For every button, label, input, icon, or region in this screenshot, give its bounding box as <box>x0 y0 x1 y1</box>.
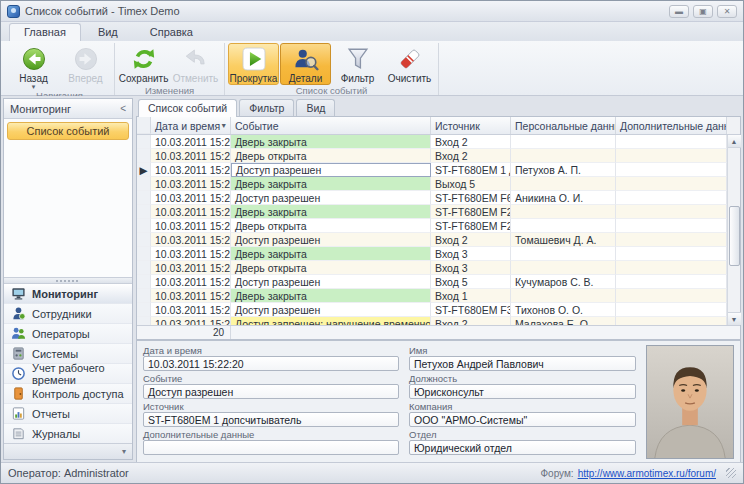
detail-field-right-3[interactable]: Юридический отдел <box>409 440 636 455</box>
row-indicator <box>137 317 151 325</box>
sidebar-item-label: Журналы <box>32 428 80 440</box>
cell-additional <box>616 163 727 177</box>
table-row[interactable]: 10.03.2011 15:21:35Доступ запрещен: нару… <box>137 317 727 325</box>
cell-source: Вход 3 <box>431 247 511 261</box>
cell-event: Доступ разрешен <box>231 303 431 317</box>
sidebar-item-3[interactable]: Системы <box>4 343 132 363</box>
ribbon-tab-help[interactable]: Справка <box>135 23 208 41</box>
clear-button[interactable]: Очистить <box>384 43 435 85</box>
details-panel: Дата и время10.03.2011 15:22:20СобытиеДо… <box>136 340 741 464</box>
sidebar-item-5[interactable]: Контроль доступа <box>4 383 132 403</box>
sidebar-item-7[interactable]: Журналы <box>4 423 132 443</box>
details-button[interactable]: Детали <box>280 43 331 85</box>
table-row[interactable]: 10.03.2011 15:22:05Дверь закрытаST-FT680… <box>137 205 727 219</box>
table-row[interactable]: 10.03.2011 15:21:55Дверь открытаВход 3 <box>137 261 727 275</box>
tab-filter[interactable]: Фильтр <box>239 99 294 116</box>
cancel-button[interactable]: Отменить <box>170 43 221 85</box>
table-row[interactable]: 10.03.2011 15:22:05Дверь открытаST-FT680… <box>137 219 727 233</box>
cell-event: Дверь закрыта <box>231 135 431 149</box>
detail-field-right-2[interactable]: ООО "АРМО-Системы" <box>409 412 636 427</box>
sidebar-item-6[interactable]: Отчеты <box>4 403 132 423</box>
forward-arrow-icon <box>73 46 99 72</box>
undo-icon <box>183 46 209 72</box>
table-row[interactable]: 10.03.2011 15:21:55Дверь закрытаВход 3 <box>137 247 727 261</box>
table-row[interactable]: 10.03.2011 15:22:10Доступ разрешенST-FT6… <box>137 191 727 205</box>
tree-item-event-list[interactable]: Список событий <box>7 122 129 140</box>
column-header-additional[interactable]: Дополнительные данные <box>616 117 727 134</box>
table-row[interactable]: 10.03.2011 15:22:25Дверь закрытаВход 2 <box>137 135 727 149</box>
sidebar-splitter[interactable] <box>4 277 132 283</box>
row-indicator <box>137 289 151 303</box>
table-row[interactable]: 10.03.2011 15:22:00Доступ разрешенВход 2… <box>137 233 727 247</box>
filter-button[interactable]: Фильтр <box>332 43 383 85</box>
close-button[interactable]: ✕ <box>717 5 737 18</box>
cell-datetime: 10.03.2011 15:21:45 <box>151 289 231 303</box>
scrollbar-thumb[interactable] <box>729 206 740 266</box>
operator-status: Оператор: Administrator <box>8 467 129 479</box>
cell-event: Дверь открыта <box>231 219 431 233</box>
collapse-panel-icon[interactable]: < <box>120 103 126 114</box>
table-row[interactable]: 10.03.2011 15:21:45Дверь закрытаВход 1 <box>137 289 727 303</box>
detail-field-left-2[interactable]: ST-FT680EM 1 допсчитыватель <box>143 412 399 427</box>
cell-additional <box>616 149 727 163</box>
details-left-column: Дата и время10.03.2011 15:22:20СобытиеДо… <box>143 345 399 459</box>
ribbon-tab-home[interactable]: Главная <box>9 23 81 41</box>
detail-field-left-1[interactable]: Доступ разрешен <box>143 384 399 399</box>
cell-source: Выход 5 <box>431 177 511 191</box>
cell-personal <box>511 205 616 219</box>
minimize-button[interactable]: ▬ <box>669 5 689 18</box>
column-header-event[interactable]: Событие <box>231 117 431 134</box>
cell-source: Вход 2 <box>431 135 511 149</box>
table-row[interactable]: ▶10.03.2011 15:22:20Доступ разрешенST-FT… <box>137 163 727 177</box>
table-row[interactable]: 10.03.2011 15:22:15Дверь закрытаВыход 5 <box>137 177 727 191</box>
detail-field-left-3[interactable] <box>143 440 399 455</box>
sidebar-item-0[interactable]: Мониторинг <box>4 283 132 303</box>
cell-additional <box>616 289 727 303</box>
monitor-icon <box>11 286 26 301</box>
cell-personal <box>511 149 616 163</box>
detail-field-right-0[interactable]: Петухов Андрей Павлович <box>409 356 636 371</box>
ribbon-group-1: СохранитьОтменитьИзменения <box>115 43 225 95</box>
ribbon-tab-view[interactable]: Вид <box>83 23 133 41</box>
detail-field-right-1[interactable]: Юрисконсульт <box>409 384 636 399</box>
ribbon: Назад▾ВпередНавигацияСохранитьОтменитьИз… <box>1 41 743 96</box>
cell-source: ST-FT680EM F3 <box>431 303 511 317</box>
sidebar-item-2[interactable]: Операторы <box>4 323 132 343</box>
ribbon-button-label: Фильтр <box>341 73 375 84</box>
cell-additional <box>616 233 727 247</box>
cell-datetime: 10.03.2011 15:22:05 <box>151 205 231 219</box>
detail-label-right-2: Компания <box>409 401 636 412</box>
row-indicator <box>137 233 151 247</box>
sidebar-item-4[interactable]: Учет рабочего времени <box>4 363 132 383</box>
cell-source: ST-FT680EM 1 допсчитыват... <box>431 163 511 177</box>
column-header-datetime[interactable]: Дата и время ▼ <box>151 117 231 134</box>
forward-button[interactable]: Вперед <box>60 43 111 90</box>
sidebar-tree: Список событий <box>4 119 132 277</box>
sidebar-item-1[interactable]: Сотрудники <box>4 303 132 323</box>
row-indicator <box>137 303 151 317</box>
cell-source: Вход 1 <box>431 289 511 303</box>
detail-label-right-1: Должность <box>409 373 636 384</box>
scroll-button[interactable]: Прокрутка <box>228 43 279 85</box>
vertical-scrollbar[interactable]: ▲ ▼ <box>727 135 740 325</box>
column-header-source[interactable]: Источник <box>431 117 511 134</box>
scroll-down-icon[interactable]: ▼ <box>728 312 741 325</box>
employee-photo <box>646 345 734 459</box>
tab-event-list[interactable]: Список событий <box>138 99 237 117</box>
resize-grip[interactable] <box>726 468 736 478</box>
table-row[interactable]: 10.03.2011 15:21:40Доступ разрешенST-FT6… <box>137 303 727 317</box>
event-grid: Дата и время ▼ Событие Источник Персонал… <box>136 116 741 340</box>
maximize-button[interactable]: ▣ <box>693 5 713 18</box>
status-bar: Оператор: Administrator Форум: http://ww… <box>1 462 743 483</box>
cell-personal: Тихонов О. О. <box>511 303 616 317</box>
tab-view[interactable]: Вид <box>296 99 335 116</box>
forum-link[interactable]: http://www.armotimex.ru/forum/ <box>578 468 716 479</box>
table-row[interactable]: 10.03.2011 15:21:50Доступ разрешенВход 5… <box>137 275 727 289</box>
back-button[interactable]: Назад▾ <box>8 43 59 90</box>
scroll-up-icon[interactable]: ▲ <box>728 135 741 148</box>
detail-field-left-0[interactable]: 10.03.2011 15:22:20 <box>143 356 399 371</box>
chevron-down-icon[interactable]: ▾ <box>122 447 126 456</box>
save-button[interactable]: Сохранить <box>118 43 169 85</box>
table-row[interactable]: 10.03.2011 15:22:25Дверь открытаВход 2 <box>137 149 727 163</box>
column-header-personal[interactable]: Персональные данные <box>511 117 616 134</box>
